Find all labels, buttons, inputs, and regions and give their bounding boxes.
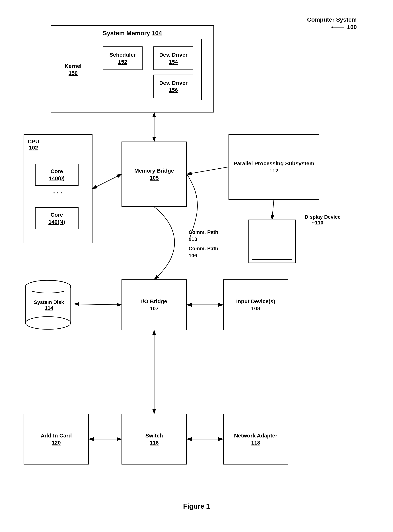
computer-system-number: 100 (347, 24, 357, 30)
svg-point-4 (25, 317, 71, 329)
io-bridge-box: I/O Bridge107 (122, 279, 187, 330)
scheduler-box: Scheduler152 (103, 46, 142, 70)
devdriver156-box: Dev. Driver156 (153, 75, 193, 98)
switch-box: Switch116 (122, 414, 187, 464)
svg-line-9 (93, 174, 122, 189)
cpu-title: CPU102 (28, 139, 39, 151)
inner-group-box: Scheduler152 Dev. Driver154 Dev. Driver1… (97, 39, 202, 100)
cpu-box: CPU102 Core140(0) · · · Core140(N) (24, 134, 93, 243)
comm-path-106-label: Comm. Path 106 (189, 245, 218, 259)
memory-bridge-label: Memory Bridge105 (134, 167, 174, 181)
io-bridge-label: I/O Bridge107 (141, 298, 167, 312)
devdriver156-label: Dev. Driver156 (159, 79, 187, 94)
devdriver154-label: Dev. Driver154 (159, 51, 187, 65)
pps-box: Parallel Processing Subsystem112 (229, 134, 319, 200)
svg-line-11 (272, 200, 274, 219)
kernel-label: Kernel150 (64, 62, 81, 77)
pps-label: Parallel Processing Subsystem112 (233, 160, 314, 174)
figure-label: Figure 1 (183, 502, 210, 510)
display-device-box (248, 219, 296, 263)
core0-label: Core140(0) (49, 168, 65, 182)
svg-line-10 (187, 167, 229, 174)
switch-label: Switch116 (145, 432, 163, 446)
addin-card-box: Add-In Card120 (24, 414, 89, 464)
system-memory-box: System Memory 104 Kernel150 Scheduler152… (51, 25, 214, 113)
core-dots: · · · (53, 189, 62, 197)
system-memory-title: System Memory 104 (103, 30, 162, 37)
input-devices-label: Input Device(s)108 (236, 298, 275, 312)
system-disk-label: System Disk114 (29, 299, 69, 311)
svg-marker-1 (331, 26, 333, 28)
svg-line-12 (74, 304, 122, 305)
network-adapter-box: Network Adapter118 (223, 414, 288, 464)
scheduler-label: Scheduler152 (109, 51, 136, 65)
input-devices-box: Input Device(s)108 (223, 279, 288, 330)
network-adapter-label: Network Adapter118 (234, 432, 277, 446)
memory-bridge-box: Memory Bridge105 (122, 142, 187, 207)
display-device-label: Display Device ~110 (305, 214, 341, 226)
svg-rect-5 (26, 287, 70, 291)
devdriver154-box: Dev. Driver154 (153, 46, 193, 70)
computer-system-label: Computer System 100 (307, 16, 357, 30)
coreN-box: Core140(N) (35, 207, 79, 229)
display-inner (252, 223, 292, 260)
computer-system-text: Computer System (307, 16, 357, 23)
kernel-box: Kernel150 (57, 39, 89, 100)
addin-card-label: Add-In Card120 (41, 432, 72, 446)
comm-path-113-label: Comm. Path 113 (189, 229, 218, 243)
coreN-label: Core140(N) (49, 211, 65, 225)
core0-box: Core140(0) (35, 164, 79, 186)
